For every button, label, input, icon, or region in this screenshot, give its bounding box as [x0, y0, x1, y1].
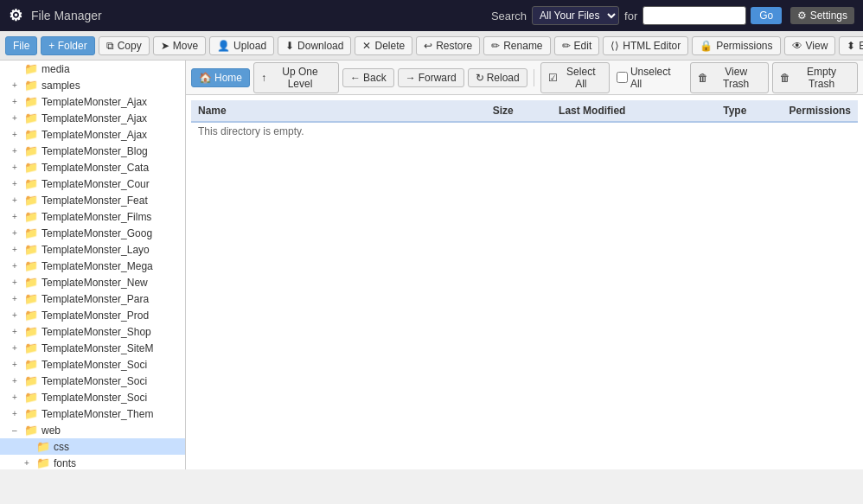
sidebar-item-tm-them[interactable]: +📁TemplateMonster_Them — [0, 405, 185, 422]
sidebar-item-label-tm-blog: TemplateMonster_Blog — [42, 145, 148, 157]
tree-toggle-tm-them[interactable]: + — [12, 409, 24, 418]
move-button[interactable]: ➤ Move — [153, 36, 206, 55]
upload-button[interactable]: 👤 Upload — [209, 36, 274, 55]
sidebar-item-tm-cata[interactable]: +📁TemplateMonster_Cata — [0, 159, 185, 175]
search-input[interactable] — [642, 6, 746, 25]
sidebar-item-label-tm-prod: TemplateMonster_Prod — [42, 309, 149, 322]
view-trash-button[interactable]: 🗑 View Trash — [690, 62, 769, 93]
settings-icon: ⚙ — [797, 10, 807, 22]
tree-toggle-tm-cour[interactable]: + — [12, 179, 24, 188]
sidebar-item-css[interactable]: 📁css — [0, 438, 185, 455]
edit-button[interactable]: ✏ Edit — [554, 36, 600, 55]
tree-toggle-tm-para[interactable]: + — [12, 294, 24, 303]
sidebar-item-fonts[interactable]: +📁fonts — [0, 455, 185, 469]
sidebar-item-tm-ajax2[interactable]: +📁TemplateMonster_Ajax — [0, 110, 185, 126]
delete-button[interactable]: ✕ Delete — [355, 36, 412, 55]
tree-toggle-tm-soc2[interactable]: + — [12, 376, 24, 386]
tree-toggle-tm-ajax3[interactable]: + — [12, 130, 24, 139]
sidebar-item-tm-cour[interactable]: +📁TemplateMonster_Cour — [0, 175, 185, 192]
sidebar-item-tm-new[interactable]: +📁TemplateMonster_New — [0, 274, 185, 290]
html-editor-button[interactable]: ⟨⟩ HTML Editor — [603, 36, 688, 55]
tree-toggle-tm-film[interactable]: + — [12, 212, 24, 221]
new-folder-button[interactable]: + Folder — [41, 36, 94, 55]
tree-toggle-tm-mega[interactable]: + — [12, 261, 24, 271]
sidebar-item-tm-film[interactable]: +📁TemplateMonster_Films — [0, 208, 185, 225]
sidebar-item-tm-feat[interactable]: +📁TemplateMonster_Feat — [0, 192, 185, 208]
empty-trash-button[interactable]: 🗑 Empty Trash — [772, 62, 858, 93]
sidebar-item-tm-goog[interactable]: +📁TemplateMonster_Goog — [0, 225, 185, 241]
tree-toggle-tm-ajax2[interactable]: + — [12, 113, 24, 123]
sidebar-item-tm-para[interactable]: +📁TemplateMonster_Para — [0, 290, 185, 307]
settings-button[interactable]: ⚙ Settings — [790, 7, 854, 24]
copy-button[interactable]: ⧉ Copy — [99, 36, 150, 55]
tree-toggle-tm-ajax1[interactable]: + — [12, 97, 24, 106]
file-button[interactable]: File — [5, 36, 37, 55]
folder-icon-tm-layo: 📁 — [24, 243, 38, 256]
col-header-permissions: Permissions — [783, 100, 858, 122]
sidebar-item-tm-soc2[interactable]: +📁TemplateMonster_Soci — [0, 373, 185, 389]
sidebar-item-tm-mega[interactable]: +📁TemplateMonster_Mega — [0, 258, 185, 274]
sidebar-item-tm-prod[interactable]: +📁TemplateMonster_Prod — [0, 307, 185, 323]
tree-toggle-tm-layo[interactable]: + — [12, 245, 24, 254]
permissions-button[interactable]: 🔒 Permissions — [692, 36, 780, 55]
home-button[interactable]: 🏠 Home — [191, 68, 250, 87]
tree-toggle-tm-sitem[interactable]: + — [12, 343, 24, 353]
tree-toggle-web[interactable]: – — [12, 425, 24, 435]
tree-toggle-fonts[interactable]: + — [24, 458, 36, 468]
rename-button[interactable]: ✏ Rename — [483, 36, 550, 55]
sidebar-item-tm-layo[interactable]: +📁TemplateMonster_Layo — [0, 241, 185, 258]
sidebar-item-label-tm-film: TemplateMonster_Films — [42, 211, 151, 223]
tree-toggle-tm-soc3[interactable]: + — [12, 392, 24, 402]
go-button[interactable]: Go — [751, 7, 782, 24]
up-one-level-button[interactable]: ↑ Up One Level — [253, 62, 339, 93]
sidebar-item-tm-ajax3[interactable]: +📁TemplateMonster_Ajax — [0, 126, 185, 143]
sidebar-item-web[interactable]: –📁web — [0, 422, 185, 438]
sidebar-item-tm-soc1[interactable]: +📁TemplateMonster_Soci — [0, 356, 185, 373]
download-button[interactable]: ⬇ Download — [278, 36, 351, 55]
sidebar-item-label-tm-goog: TemplateMonster_Goog — [42, 227, 152, 239]
restore-icon: ↩ — [424, 40, 432, 52]
sidebar-item-tm-shop[interactable]: +📁TemplateMonster_Shop — [0, 323, 185, 340]
sidebar-item-label-tm-ajax2: TemplateMonster_Ajax — [42, 112, 147, 124]
tree-toggle-tm-prod[interactable]: + — [12, 310, 24, 320]
col-header-type: Type — [716, 100, 782, 122]
sidebar-item-media[interactable]: 📁media — [0, 61, 185, 77]
content-wrap: 🏠 Home ↑ Up One Level ← Back → Forward ↻… — [186, 61, 863, 469]
sidebar-item-tm-sitem[interactable]: +📁TemplateMonster_SiteM — [0, 340, 185, 356]
tree-toggle-tm-cata[interactable]: + — [12, 163, 24, 172]
sidebar-item-tm-soc3[interactable]: +📁TemplateMonster_Soci — [0, 389, 185, 405]
forward-button[interactable]: → Forward — [398, 68, 464, 87]
folder-icon-tm-ajax2: 📁 — [24, 112, 38, 124]
view-button[interactable]: 👁 View — [784, 36, 836, 55]
folder-icon-tm-cour: 📁 — [24, 177, 38, 190]
extract-button[interactable]: ⬍ Extract — [839, 36, 863, 55]
tree-toggle-tm-new[interactable]: + — [12, 278, 24, 287]
search-scope-select[interactable]: All Your Files File Names File Contents — [532, 6, 619, 25]
tree-toggle-tm-blog[interactable]: + — [12, 146, 24, 156]
sidebar-item-label-tm-layo: TemplateMonster_Layo — [42, 244, 150, 256]
tree-toggle-samples[interactable]: + — [12, 80, 24, 90]
select-all-button[interactable]: ☑ Select All — [540, 62, 610, 93]
table-body: This directory is empty. — [191, 122, 858, 140]
sidebar-item-label-media: media — [42, 63, 70, 75]
folder-icon-tm-feat: 📁 — [24, 194, 38, 207]
unselect-all-checkbox[interactable] — [617, 72, 628, 83]
tree-toggle-tm-shop[interactable]: + — [12, 327, 24, 336]
sidebar-item-tm-ajax1[interactable]: +📁TemplateMonster_Ajax — [0, 93, 185, 110]
tree-toggle-tm-soc1[interactable]: + — [12, 360, 24, 369]
back-button[interactable]: ← Back — [342, 68, 394, 87]
permissions-icon: 🔒 — [700, 40, 713, 52]
sidebar-item-samples[interactable]: +📁samples — [0, 77, 185, 93]
col-header-modified: Last Modified — [552, 100, 716, 122]
sidebar-item-tm-blog[interactable]: +📁TemplateMonster_Blog — [0, 143, 185, 159]
folder-icon-tm-new: 📁 — [24, 276, 38, 289]
reload-icon: ↻ — [476, 72, 484, 84]
home-icon: 🏠 — [199, 72, 212, 84]
restore-button[interactable]: ↩ Restore — [416, 36, 480, 55]
back-icon: ← — [350, 72, 361, 84]
upload-icon: 👤 — [217, 40, 230, 52]
tree-toggle-tm-goog[interactable]: + — [12, 228, 24, 238]
tree-toggle-tm-feat[interactable]: + — [12, 195, 24, 205]
sidebar-item-label-tm-soc2: TemplateMonster_Soci — [42, 375, 147, 387]
reload-button[interactable]: ↻ Reload — [468, 68, 527, 87]
